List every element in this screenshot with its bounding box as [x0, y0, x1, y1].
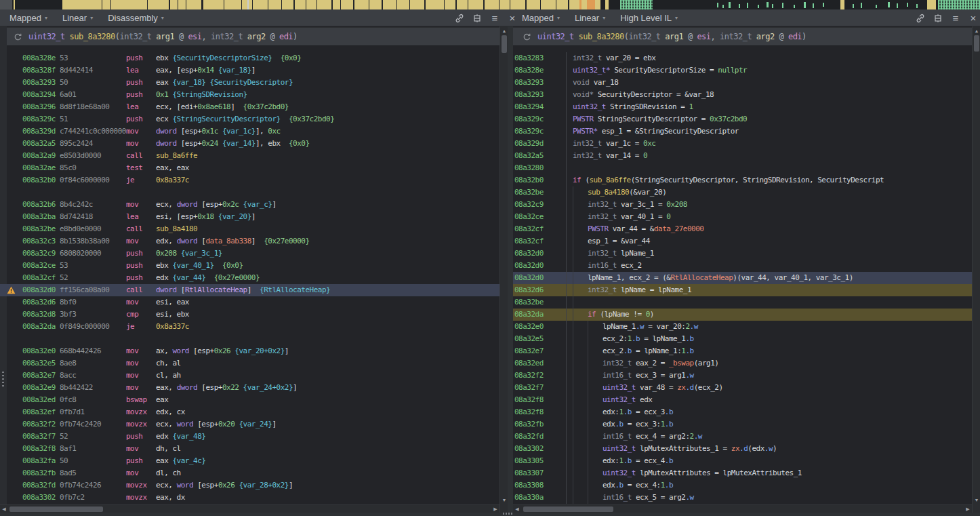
disasm-row[interactable]: 008a32b68b4c242cmovecx, dword [esp+0x2c … — [0, 199, 508, 211]
horizontal-scrollbar[interactable]: ◀ ▶ — [513, 504, 972, 513]
disasm-row[interactable]: 008a32b00f84c6000000je0x8a337c — [0, 174, 508, 186]
disasm-row[interactable]: 008a32ed0fc8bswapeax — [0, 394, 508, 406]
scroll-up-icon[interactable]: ▲ — [973, 26, 980, 35]
disasm-row[interactable]: 008a32e78accmovcl, ah — [0, 370, 508, 382]
vertical-scrollbar[interactable]: ▲ ▼ — [972, 26, 980, 516]
left-menu-linear[interactable]: Linear▾ — [62, 13, 93, 23]
disasm-row[interactable]: 008a32cf52pushedx {var_44} {0x27e0000} — [0, 272, 508, 284]
hlil-row[interactable]: 08a329dint32_t var_1c = 0xc — [513, 138, 980, 150]
hlil-row[interactable]: 08a32d6int32_t lpName = lpName_1 — [513, 284, 980, 296]
scroll-down-icon[interactable]: ▼ — [973, 496, 980, 504]
disasm-row[interactable]: 008a32fd0fb74c2426movzxecx, word [esp+0x… — [0, 479, 508, 492]
hlil-row[interactable]: 08a3283int32_t var_20 = ebx — [513, 52, 980, 64]
reanalyze-icon[interactable] — [523, 33, 531, 41]
hlil-row[interactable]: 08a32f2int16_t ecx_3 = arg1.w — [513, 370, 980, 382]
hlil-row[interactable]: 08a32d0int32_t lpName_1 — [513, 247, 980, 260]
split-pane-icon[interactable] — [933, 13, 943, 24]
hlil-row[interactable]: 08a32besub_8a4180(&var_20) — [513, 186, 980, 199]
right-menu-high-level-il[interactable]: High Level IL▾ — [620, 13, 678, 23]
disasm-row[interactable]: 008a32a9e8503d0000callsub_8a6ffe — [0, 150, 508, 162]
hlil-row[interactable]: 08a329cPWSTR* esp_1 = &StringSecurityDes… — [513, 125, 980, 138]
hlil-row[interactable]: 08a32a5int32_t var_14 = 0 — [513, 150, 980, 162]
hlil-row[interactable]: 08a3293void var_18 — [513, 77, 980, 89]
hlil-row[interactable]: 08a32d0int16_t ecx_2 — [513, 260, 980, 272]
disasm-row[interactable]: 008a328e53pushebx {SecurityDescriptorSiz… — [0, 52, 508, 64]
hlil-row[interactable]: 08a32e7ecx_2.b = lpName_1:1.b — [513, 345, 980, 357]
hlil-row[interactable]: 08a32e0lpName_1.w = var_20:2.w — [513, 321, 980, 333]
disasm-row[interactable]: 008a329350pusheax {var_18} {SecurityDesc… — [0, 77, 508, 89]
disasm-row[interactable]: 008a329c51pushecx {StringSecurityDescrip… — [0, 113, 508, 125]
disasm-row[interactable]: 008a328f8d442414leaeax, [esp+0x14 {var_1… — [0, 64, 508, 77]
hlil-row[interactable]: 08a32f8uint32_t edx — [513, 394, 980, 406]
left-menu-disassembly[interactable]: Disassembly▾ — [108, 13, 164, 23]
left-menu-mapped[interactable]: Mapped▾ — [9, 13, 47, 23]
function-signature-row[interactable]: uint32_t sub_8a3280(int32_t arg1 @ esi, … — [513, 27, 972, 46]
disasm-row[interactable]: 008a32ef0fb7d1movzxedx, cx — [0, 406, 508, 418]
hlil-row[interactable]: 08a330aint16_t ecx_5 = arg2.w — [513, 492, 980, 504]
disasm-row[interactable]: 008a32f88af1movdh, cl — [0, 443, 508, 455]
hlil-row[interactable]: 08a32cfPWSTR var_44 = &data_27e0000 — [513, 223, 980, 235]
function-signature-row[interactable]: uint32_t sub_8a3280(int32_t arg1 @ esi, … — [7, 27, 499, 46]
scrollbar-thumb[interactable] — [502, 35, 507, 53]
pane-splitter-grip[interactable] — [503, 513, 514, 515]
scroll-up-icon[interactable]: ▲ — [500, 26, 508, 35]
hlil-row[interactable]: 08a3280 — [513, 162, 980, 174]
hlil-row[interactable]: 08a32edint32_t eax_2 = _bswap(arg1) — [513, 357, 980, 370]
right-menu-linear[interactable]: Linear▾ — [575, 13, 605, 23]
pane-menu-icon[interactable]: ≡ — [489, 13, 500, 24]
disasm-row[interactable]: 008a32d0ff156ca08a00calldword [RtlAlloca… — [0, 284, 508, 296]
disasm-row[interactable]: 008a32ce53pushebx {var_40_1} {0x0} — [0, 260, 508, 272]
disasm-row[interactable]: 008a32e58ae8movch, al — [0, 357, 508, 370]
hlil-row[interactable]: 08a328euint32_t* SecurityDescriptorSize … — [513, 64, 980, 77]
hlil-row[interactable]: 08a329cPWSTR StringSecurityDescriptor = … — [513, 113, 980, 125]
close-pane-icon[interactable]: × — [968, 13, 979, 24]
disasm-row[interactable]: 008a32ae85c0testeax, eax — [0, 162, 508, 174]
reanalyze-icon[interactable] — [14, 33, 22, 41]
vertical-scrollbar[interactable]: ▲ ▼ — [499, 26, 508, 516]
hlil-row[interactable]: 08a3307uint32_t lpMutexAttributes = lpMu… — [513, 467, 980, 479]
hlil-row[interactable]: 08a32f7uint32_t var_48 = zx.d(ecx_2) — [513, 382, 980, 394]
hlil-row[interactable]: 08a32ceint32_t var_40_1 = 0 — [513, 211, 980, 223]
disasm-row[interactable]: 008a32f20fb74c2420movzxecx, word [esp+0x… — [0, 418, 508, 431]
disasm-row[interactable]: 008a32fa50pusheax {var_4c} — [0, 455, 508, 467]
disasm-row[interactable]: 008a32f752pushedx {var_48} — [0, 431, 508, 443]
hlil-row[interactable]: 08a32fdint16_t ecx_4 = arg2:2.w — [513, 431, 980, 443]
scroll-down-icon[interactable]: ▼ — [500, 496, 508, 504]
disasm-row[interactable]: 008a32ba8d742418leaesi, [esp+0x18 {var_2… — [0, 211, 508, 223]
hlil-row[interactable]: 08a32b0if (sub_8a6ffe(StringSecurityDesc… — [513, 174, 980, 186]
disasm-row[interactable]: 008a32e98b442422moveax, dword [esp+0x22 … — [0, 382, 508, 394]
disasm-row[interactable]: 008a32fb8ad5movdl, ch — [0, 467, 508, 479]
sync-link-icon[interactable] — [915, 13, 926, 24]
scrollbar-thumb[interactable] — [974, 35, 979, 52]
hlil-row[interactable]: 08a32fbedx.b = ecx_3:1.b — [513, 418, 980, 431]
disasm-row[interactable]: 008a32968d8f18e68a00leaecx, [edi+0x8ae61… — [0, 101, 508, 113]
hlil-row[interactable]: 08a32daif (lpName != 0) — [513, 309, 980, 321]
hlil-row[interactable]: 08a32d0lpName_1, ecx_2 = (&RtlAllocateHe… — [513, 272, 980, 284]
disasm-row[interactable]: 008a33020fb7c2movzxeax, dx — [0, 492, 508, 504]
disasm-row[interactable]: 008a32c96808020000push0x208 {var_3c_1} — [0, 247, 508, 260]
right-menu-mapped[interactable]: Mapped▾ — [522, 13, 560, 23]
hlil-row[interactable]: 08a3293void* SecurityDescriptor = &var_1… — [513, 89, 980, 101]
disasm-row[interactable] — [0, 186, 508, 199]
disasm-row[interactable]: 008a32c38b1538b38a00movedx, dword [data_… — [0, 235, 508, 247]
disasm-row[interactable]: 008a32a5895c2424movdword [esp+0x24 {var_… — [0, 138, 508, 150]
hlil-row[interactable]: 08a3302uint32_t lpMutexAttributes_1 = zx… — [513, 443, 980, 455]
hlil-row[interactable]: 08a32c9int32_t var_3c_1 = 0x208 — [513, 199, 980, 211]
horizontal-scrollbar[interactable]: ◀ ▶ — [0, 504, 499, 513]
disasm-row[interactable]: 008a32da0f849c000000je0x8a337c — [0, 321, 508, 333]
hlil-row[interactable]: 08a3308edx.b = ecx_4:1.b — [513, 479, 980, 492]
scrollbar-thumb[interactable] — [9, 507, 103, 512]
hlil-row[interactable]: 08a3305edx:1.b = ecx_4.b — [513, 455, 980, 467]
disasm-row[interactable]: 008a32bee8bd0e0000callsub_8a4180 — [0, 223, 508, 235]
disasm-row[interactable] — [0, 333, 508, 345]
hlil-row[interactable]: 08a32e5ecx_2:1.b = lpName_1.b — [513, 333, 980, 345]
disasm-row[interactable]: 008a32946a01push0x1 {StringSDRevision} — [0, 89, 508, 101]
scrollbar-thumb[interactable] — [523, 507, 613, 512]
hlil-row[interactable]: 08a32f8edx:1.b = ecx_3.b — [513, 406, 980, 418]
disasm-row[interactable]: 008a32d83bf3cmpesi, ebx — [0, 309, 508, 321]
disasm-row[interactable]: 008a32d68bf0movesi, eax — [0, 296, 508, 309]
pane-menu-icon[interactable]: ≡ — [950, 13, 961, 24]
disasm-row[interactable]: 008a32e0668b442426movax, word [esp+0x26 … — [0, 345, 508, 357]
hlil-row[interactable]: 08a32cfesp_1 = &var_44 — [513, 235, 980, 247]
split-pane-icon[interactable] — [472, 13, 483, 24]
